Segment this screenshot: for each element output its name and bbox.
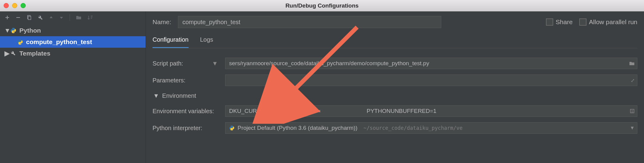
script-path-value: sers/ryanmoore/source_code/dataiku_pycha… [229, 60, 429, 67]
script-path-label: Script path: ▼ [153, 60, 225, 67]
config-editor: Name: Share Allow parallel run Configura… [146, 11, 644, 163]
env-vars-value: DKU_CURRENT_PROJECT_KEY= PYTHONUNBUFFERE… [229, 108, 436, 114]
environment-section-header[interactable]: ▼ Environment [153, 89, 637, 103]
expand-icon[interactable]: ⤢ [631, 78, 635, 83]
interpreter-label: Python interpreter: [153, 125, 225, 132]
add-icon[interactable] [5, 15, 10, 20]
script-path-field[interactable]: sers/ryanmoore/source_code/dataiku_pycha… [225, 58, 637, 69]
window-minimize-button[interactable] [12, 3, 17, 8]
chevron-down-icon[interactable]: ▼ [212, 60, 218, 67]
chevron-down-icon: ▼ [153, 92, 159, 99]
tree-item-selected[interactable]: compute_python_test [0, 36, 146, 48]
chevron-down-icon[interactable]: ▼ [630, 125, 635, 131]
copy-icon[interactable] [27, 15, 31, 20]
window-maximize-button[interactable] [21, 3, 26, 8]
python-icon [229, 125, 235, 131]
chevron-right-icon: ▶ [4, 50, 10, 57]
move-up-icon[interactable] [49, 15, 53, 20]
name-label: Name: [153, 18, 171, 26]
tab-configuration[interactable]: Configuration [153, 36, 189, 48]
traffic-lights [4, 3, 26, 8]
name-input[interactable] [178, 16, 441, 28]
tree-group-label: Python [19, 27, 41, 34]
configurations-sidebar: ▼ Python compute_python_test ▶ Templates [0, 11, 146, 163]
titlebar: Run/Debug Configurations [0, 0, 644, 11]
tree-item-label: compute_python_test [26, 38, 92, 46]
wrench-icon [10, 50, 16, 56]
window-close-button[interactable] [4, 3, 9, 8]
interpreter-dropdown[interactable]: Project Default (Python 3.6 (dataiku_pyc… [225, 122, 637, 134]
sidebar-toolbar [0, 11, 146, 24]
move-down-icon[interactable] [59, 15, 64, 20]
tree-group-python[interactable]: ▼ Python [0, 25, 146, 36]
folder-icon[interactable] [76, 15, 81, 20]
env-vars-label: Environment variables: [153, 108, 225, 115]
remove-icon[interactable] [16, 15, 21, 20]
parameters-label: Parameters: [153, 77, 225, 84]
config-tree: ▼ Python compute_python_test ▶ Templates [0, 24, 146, 59]
parameters-field[interactable]: ⤢ [225, 75, 637, 86]
python-icon [10, 27, 16, 34]
interpreter-name: Project Default (Python 3.6 (dataiku_pyc… [238, 125, 357, 131]
allow-parallel-checkbox[interactable]: Allow parallel run [579, 18, 637, 26]
tab-logs[interactable]: Logs [200, 36, 213, 48]
share-checkbox[interactable]: Share [546, 18, 573, 26]
toolbar-separator [70, 14, 70, 21]
chevron-down-icon: ▼ [4, 27, 10, 34]
sort-icon[interactable] [87, 15, 93, 20]
wrench-icon[interactable] [38, 15, 43, 20]
tree-group-label: Templates [19, 50, 50, 57]
svg-rect-1 [28, 16, 31, 20]
env-vars-field[interactable]: DKU_CURRENT_PROJECT_KEY= PYTHONUNBUFFERE… [225, 105, 637, 117]
edit-list-icon[interactable] [630, 109, 635, 113]
tree-group-templates[interactable]: ▶ Templates [0, 48, 146, 59]
window-title: Run/Debug Configurations [285, 2, 359, 9]
python-icon [17, 39, 23, 45]
config-tabs: Configuration Logs [153, 36, 637, 48]
browse-folder-icon[interactable] [629, 61, 635, 66]
interpreter-path: ~/source_code/dataiku_pycharm/ve [363, 125, 463, 131]
